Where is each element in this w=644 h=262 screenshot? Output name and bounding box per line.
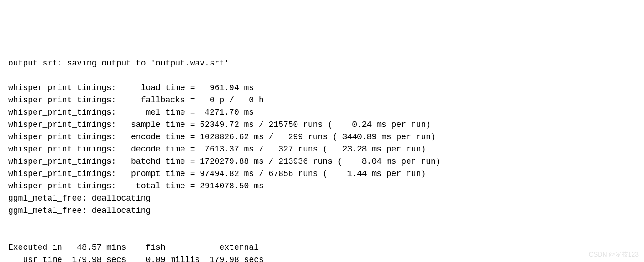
usr-time-value: 179.98 (72, 255, 101, 262)
encode-runs: 299 (288, 132, 303, 141)
decode-time-value: 7613.37 (205, 145, 239, 154)
usr-fish-value: 0.09 (146, 255, 166, 262)
batchd-runs: 213936 (278, 157, 308, 166)
executed-in-value: 48.57 (77, 243, 101, 252)
output-srt-line: output_srt: saving output to 'output.wav… (8, 59, 229, 68)
total-time-value: 2914078.50 (200, 181, 249, 191)
usr-time-line: usr time 179.98 secs 0.09 millis 179.98 … (8, 255, 264, 262)
timing-decode-line: whisper_print_timings: decode time = 761… (8, 145, 426, 154)
load-time-value: 961.94 (210, 83, 239, 92)
timing-sample-line: whisper_print_timings: sample time = 523… (8, 120, 431, 129)
batchd-time-value: 1720279.88 (200, 157, 249, 166)
mel-time-value: 4271.70 (205, 108, 239, 117)
decode-per-run: 23.28 (342, 145, 367, 154)
prompt-per-run: 1.44 (347, 169, 367, 178)
sample-time-value: 52349.72 (200, 120, 239, 129)
decode-runs: 327 (278, 145, 293, 154)
fallbacks-h: 0 (249, 96, 254, 105)
timing-mel-line: whisper_print_timings: mel time = 4271.7… (8, 108, 254, 117)
fish-col-header: fish (146, 243, 166, 252)
timing-total-line: whisper_print_timings: total time = 2914… (8, 181, 264, 191)
ggml-free-line-2: ggml_metal_free: deallocating (8, 206, 151, 215)
timing-fallbacks-line: whisper_print_timings: fallbacks = 0 p /… (8, 96, 264, 105)
prompt-runs: 67856 (269, 169, 293, 178)
timing-prompt-line: whisper_print_timings: prompt time = 974… (8, 169, 426, 178)
encode-per-run: 3440.89 (342, 132, 377, 141)
watermark-text: CSDN @罗技123 (589, 250, 639, 259)
fallbacks-p: 0 (210, 96, 215, 105)
sample-per-run: 0.24 (352, 120, 372, 129)
external-col-header: external (220, 243, 259, 252)
executed-header-line: Executed in 48.57 mins fish external (8, 243, 259, 252)
output-srt-prefix: output_srt: (8, 59, 62, 68)
sample-runs: 215750 (269, 120, 298, 129)
timing-batchd-line: whisper_print_timings: batchd time = 172… (8, 157, 441, 166)
prompt-time-value: 97494.82 (200, 169, 239, 178)
batchd-per-run: 8.04 (362, 157, 382, 166)
usr-ext-value: 179.98 (210, 255, 239, 262)
output-srt-filename: 'output.wav.srt' (151, 59, 229, 68)
timing-encode-line: whisper_print_timings: encode time = 102… (8, 132, 436, 141)
timing-load-line: whisper_print_timings: load time = 961.9… (8, 83, 254, 92)
encode-time-value: 1028826.62 (200, 132, 249, 141)
output-srt-msg: saving output to (67, 59, 146, 68)
ggml-free-line-1: ggml_metal_free: deallocating (8, 194, 151, 203)
separator-line: ________________________________________… (8, 231, 283, 240)
